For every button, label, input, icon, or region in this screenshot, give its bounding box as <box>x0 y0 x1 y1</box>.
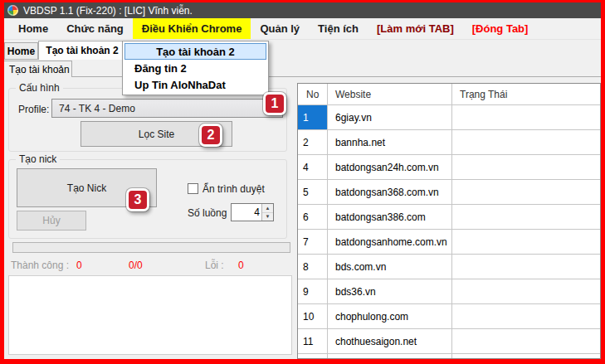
success-label: Thành công : <box>11 260 69 271</box>
website-cell[interactable]: bannha.net <box>328 130 452 155</box>
status-cell[interactable] <box>452 180 600 205</box>
window-frame-left <box>0 0 4 364</box>
error-label: Lỗi : <box>205 260 224 271</box>
table-row[interactable]: 9bds36.vn <box>298 279 600 304</box>
table-row[interactable]: 10chophulong.com <box>298 304 600 329</box>
window-frame-top <box>0 0 605 2</box>
row-number-cell[interactable]: 8 <box>298 255 328 279</box>
website-cell[interactable]: batdongsan24h.com.vn <box>328 155 452 180</box>
table-header-cell[interactable]: Trạng Thái <box>452 84 600 105</box>
stepper-down-icon[interactable]: ▼ <box>262 213 273 221</box>
subtab-strip-line <box>2 76 601 77</box>
row-number-cell[interactable]: 11 <box>298 329 328 354</box>
table-header-cell[interactable]: No <box>298 84 328 105</box>
menu-bar: HomeChức năngĐiều Khiển ChromeQuản lýTiệ… <box>4 18 601 40</box>
status-cell[interactable] <box>452 105 600 130</box>
threads-label: Số luồng <box>188 207 227 219</box>
profile-combobox[interactable]: 74 - TK 4 - Demo <box>51 99 283 118</box>
huy-button[interactable]: Hủy <box>17 211 86 231</box>
table-row[interactable]: 6batdongsan386.com <box>298 205 600 230</box>
config-group-title: Cấu hình <box>16 82 63 94</box>
status-cell[interactable] <box>452 304 600 329</box>
menu-item[interactable]: Tiện ích <box>309 18 368 39</box>
row-number-cell[interactable]: 4 <box>298 155 328 180</box>
table-row[interactable]: 11chothuesaigon.net <box>298 329 600 354</box>
hide-browser-label: Ẩn trình duyệt <box>202 183 265 195</box>
dropdown-menu-item[interactable]: Đăng tin 2 <box>124 60 266 76</box>
app-icon <box>7 5 18 16</box>
tab-home[interactable]: Home <box>4 42 38 60</box>
row-number-cell[interactable]: 1 <box>298 105 328 130</box>
row-number-cell[interactable]: 7 <box>298 230 328 255</box>
table-row[interactable]: 7batdongsanhome.com.vn <box>298 230 600 255</box>
row-number-cell[interactable]: 10 <box>298 304 328 329</box>
window-frame-right <box>601 0 605 364</box>
menu-item[interactable]: [Làm mới TAB] <box>368 18 463 39</box>
annotation-badge-1: 1 <box>263 92 286 115</box>
log-list[interactable] <box>8 275 292 355</box>
status-cell[interactable] <box>452 329 600 354</box>
website-cell[interactable]: batdongsanhome.com.vn <box>328 230 452 255</box>
threads-value: 4 <box>232 204 261 221</box>
table-header-row: NoWebsiteTrạng Thái <box>298 84 600 105</box>
website-cell[interactable]: chophulong.com <box>328 304 452 329</box>
progress-bar <box>12 242 290 253</box>
app-window: VBDSP 1.1 (Fix-220) : [LIC] Vĩnh viễn. H… <box>0 0 605 364</box>
error-value: 0 <box>238 260 244 271</box>
row-number-cell[interactable]: 6 <box>298 205 328 230</box>
table-row[interactable]: 8bds.com.vn <box>298 255 600 279</box>
row-number-cell[interactable]: 5 <box>298 180 328 205</box>
nick-group-title: Tạo nick <box>16 153 60 165</box>
stepper-up-icon[interactable]: ▲ <box>262 204 273 213</box>
title-bar[interactable]: VBDSP 1.1 (Fix-220) : [LIC] Vĩnh viễn. <box>4 2 601 18</box>
menu-item[interactable]: Home <box>9 18 57 39</box>
status-cell[interactable] <box>452 279 600 304</box>
table-row[interactable]: 16giay.vn <box>298 105 600 130</box>
site-table[interactable]: NoWebsiteTrạng Thái16giay.vn2bannha.net4… <box>297 83 601 359</box>
table-header-cell[interactable]: Website <box>328 84 452 105</box>
table-row[interactable]: 2bannha.net <box>298 130 600 155</box>
row-number-cell[interactable]: 9 <box>298 279 328 304</box>
table-row[interactable]: 4batdongsan24h.com.vn <box>298 155 600 180</box>
status-cell[interactable] <box>452 205 600 230</box>
website-cell[interactable]: batdongsan386.com <box>328 205 452 230</box>
threads-stepper[interactable]: 4 ▲ ▼ <box>231 203 274 221</box>
profile-label: Profile: <box>18 104 49 115</box>
status-cell[interactable] <box>452 255 600 279</box>
progress-count: 0/0 <box>129 260 143 271</box>
chrome-dropdown-menu: Tạo tài khoản 2Đăng tin 2Up Tin AloNhaDa… <box>122 41 269 95</box>
menu-item[interactable]: [Đóng Tab] <box>463 18 538 39</box>
table-row[interactable]: 5batdongsan368.com.vn <box>298 180 600 205</box>
window-title: VBDSP 1.1 (Fix-220) : [LIC] Vĩnh viễn. <box>23 5 193 17</box>
dropdown-menu-item[interactable]: Up Tin AloNhaDat <box>124 76 266 93</box>
menu-item[interactable]: Chức năng <box>57 18 133 39</box>
profile-combobox-value: 74 - TK 4 - Demo <box>59 103 135 114</box>
annotation-badge-3: 3 <box>126 188 149 211</box>
website-cell[interactable]: chothuesaigon.net <box>328 329 452 354</box>
dropdown-menu-item[interactable]: Tạo tài khoản 2 <box>124 43 266 60</box>
menu-item[interactable]: Điều Khiển Chrome <box>133 18 251 39</box>
tab-tao-tai-khoan-2[interactable]: Tạo tài khoản 2 <box>38 41 126 60</box>
website-cell[interactable]: batdongsan368.com.vn <box>328 180 452 205</box>
window-frame-bottom <box>0 359 605 364</box>
status-cell[interactable] <box>452 155 600 180</box>
success-value: 0 <box>76 260 82 271</box>
website-cell[interactable]: bds36.vn <box>328 279 452 304</box>
status-cell[interactable] <box>452 130 600 155</box>
hide-browser-checkbox[interactable] <box>188 183 198 194</box>
status-cell[interactable] <box>452 230 600 255</box>
menu-item[interactable]: Quản lý <box>251 18 309 39</box>
website-cell[interactable]: bds.com.vn <box>328 255 452 279</box>
website-cell[interactable]: 6giay.vn <box>328 105 452 130</box>
tab-tao-tai-khoan[interactable]: Tạo tài khoản <box>2 61 72 77</box>
row-number-cell[interactable]: 2 <box>298 130 328 155</box>
annotation-badge-2: 2 <box>199 124 222 147</box>
